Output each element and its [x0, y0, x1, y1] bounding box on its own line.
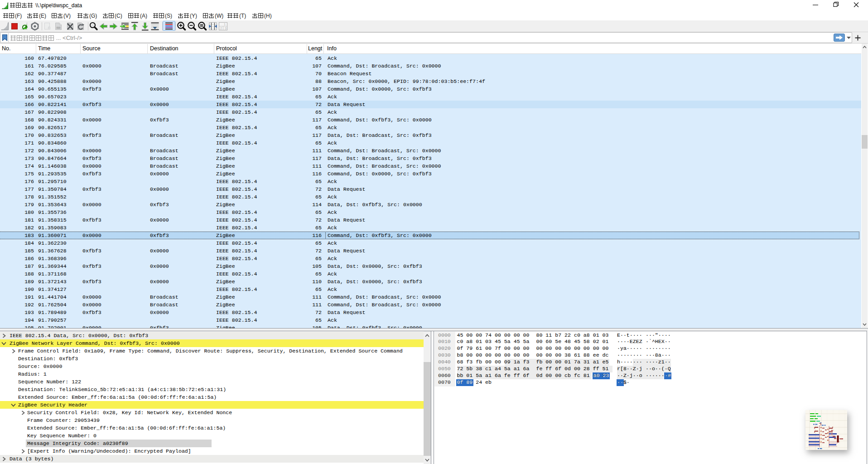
svg-text:010: 010	[57, 27, 60, 29]
svg-text:2: 2	[220, 27, 222, 30]
svg-text:1: 1	[224, 23, 226, 26]
svg-text:3: 3	[225, 27, 227, 30]
